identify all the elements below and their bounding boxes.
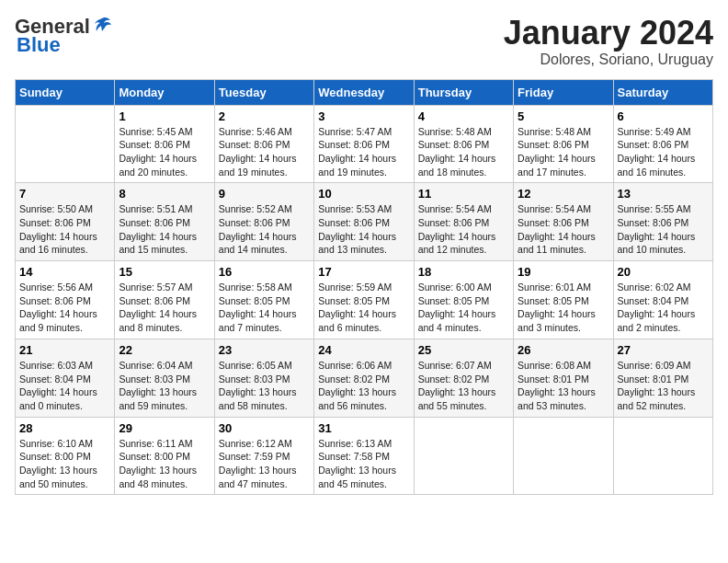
calendar-week-row: 14Sunrise: 5:56 AM Sunset: 8:06 PM Dayli… (16, 261, 713, 339)
day-number: 2 (219, 109, 310, 123)
day-info: Sunrise: 6:07 AM Sunset: 8:02 PM Dayligh… (418, 360, 496, 411)
day-number: 13 (618, 187, 709, 201)
calendar-day-cell: 6Sunrise: 5:49 AM Sunset: 8:06 PM Daylig… (613, 105, 712, 183)
day-info: Sunrise: 6:09 AM Sunset: 8:01 PM Dayligh… (618, 360, 696, 411)
calendar-day-cell: 26Sunrise: 6:08 AM Sunset: 8:01 PM Dayli… (514, 339, 613, 417)
empty-day-cell (613, 417, 712, 495)
calendar-day-cell: 5Sunrise: 5:48 AM Sunset: 8:06 PM Daylig… (514, 105, 613, 183)
day-number: 14 (19, 265, 110, 279)
day-number: 12 (518, 187, 609, 201)
calendar-day-cell: 22Sunrise: 6:04 AM Sunset: 8:03 PM Dayli… (115, 339, 214, 417)
calendar-day-cell: 23Sunrise: 6:05 AM Sunset: 8:03 PM Dayli… (214, 339, 313, 417)
day-info: Sunrise: 5:54 AM Sunset: 8:06 PM Dayligh… (518, 203, 596, 255)
empty-day-cell (16, 105, 115, 183)
calendar-day-cell: 4Sunrise: 5:48 AM Sunset: 8:06 PM Daylig… (414, 105, 513, 183)
calendar-week-row: 1Sunrise: 5:45 AM Sunset: 8:06 PM Daylig… (16, 105, 713, 183)
day-info: Sunrise: 6:03 AM Sunset: 8:04 PM Dayligh… (19, 360, 97, 411)
empty-day-cell (514, 417, 613, 495)
day-info: Sunrise: 6:06 AM Sunset: 8:02 PM Dayligh… (318, 360, 396, 411)
day-info: Sunrise: 5:48 AM Sunset: 8:06 PM Dayligh… (518, 126, 596, 178)
day-info: Sunrise: 5:53 AM Sunset: 8:06 PM Dayligh… (318, 203, 396, 255)
day-info: Sunrise: 5:51 AM Sunset: 8:06 PM Dayligh… (119, 203, 197, 255)
day-number: 31 (318, 421, 409, 435)
day-info: Sunrise: 6:01 AM Sunset: 8:05 PM Dayligh… (518, 282, 596, 333)
day-number: 23 (219, 343, 310, 357)
calendar-day-cell: 25Sunrise: 6:07 AM Sunset: 8:02 PM Dayli… (414, 339, 513, 417)
weekday-header-thursday: Thursday (414, 79, 513, 105)
day-info: Sunrise: 5:48 AM Sunset: 8:06 PM Dayligh… (418, 126, 496, 178)
calendar-day-cell: 8Sunrise: 5:51 AM Sunset: 8:06 PM Daylig… (115, 183, 214, 261)
day-info: Sunrise: 6:05 AM Sunset: 8:03 PM Dayligh… (219, 360, 297, 411)
day-info: Sunrise: 6:10 AM Sunset: 8:00 PM Dayligh… (19, 438, 97, 489)
calendar-day-cell: 7Sunrise: 5:50 AM Sunset: 8:06 PM Daylig… (16, 183, 115, 261)
calendar-day-cell: 27Sunrise: 6:09 AM Sunset: 8:01 PM Dayli… (613, 339, 712, 417)
day-info: Sunrise: 5:55 AM Sunset: 8:06 PM Dayligh… (618, 203, 696, 255)
day-number: 1 (119, 109, 210, 123)
calendar-day-cell: 17Sunrise: 5:59 AM Sunset: 8:05 PM Dayli… (314, 261, 414, 339)
day-info: Sunrise: 5:54 AM Sunset: 8:06 PM Dayligh… (418, 203, 496, 255)
day-number: 30 (219, 421, 310, 435)
day-number: 6 (618, 109, 709, 123)
logo-blue-text: Blue (15, 33, 61, 57)
calendar-day-cell: 13Sunrise: 5:55 AM Sunset: 8:06 PM Dayli… (613, 183, 712, 261)
calendar-week-row: 7Sunrise: 5:50 AM Sunset: 8:06 PM Daylig… (16, 183, 713, 261)
day-info: Sunrise: 5:57 AM Sunset: 8:06 PM Dayligh… (119, 282, 197, 333)
logo-bird-icon (92, 15, 112, 35)
day-info: Sunrise: 6:00 AM Sunset: 8:05 PM Dayligh… (418, 282, 496, 333)
day-number: 4 (418, 109, 509, 123)
weekday-header-saturday: Saturday (613, 79, 712, 105)
calendar-day-cell: 16Sunrise: 5:58 AM Sunset: 8:05 PM Dayli… (214, 261, 313, 339)
calendar-day-cell: 12Sunrise: 5:54 AM Sunset: 8:06 PM Dayli… (514, 183, 613, 261)
calendar-day-cell: 21Sunrise: 6:03 AM Sunset: 8:04 PM Dayli… (16, 339, 115, 417)
day-info: Sunrise: 6:08 AM Sunset: 8:01 PM Dayligh… (518, 360, 596, 411)
calendar-day-cell: 10Sunrise: 5:53 AM Sunset: 8:06 PM Dayli… (314, 183, 414, 261)
day-info: Sunrise: 6:13 AM Sunset: 7:58 PM Dayligh… (318, 438, 396, 489)
weekday-header-wednesday: Wednesday (314, 79, 414, 105)
calendar-day-cell: 3Sunrise: 5:47 AM Sunset: 8:06 PM Daylig… (314, 105, 414, 183)
day-info: Sunrise: 5:58 AM Sunset: 8:05 PM Dayligh… (219, 282, 297, 333)
day-number: 25 (418, 343, 509, 357)
calendar-day-cell: 11Sunrise: 5:54 AM Sunset: 8:06 PM Dayli… (414, 183, 513, 261)
day-number: 19 (518, 265, 609, 279)
calendar-subtitle: Dolores, Soriano, Uruguay (504, 52, 713, 68)
day-number: 8 (119, 187, 210, 201)
calendar-week-row: 28Sunrise: 6:10 AM Sunset: 8:00 PM Dayli… (16, 417, 713, 495)
day-info: Sunrise: 6:12 AM Sunset: 7:59 PM Dayligh… (219, 438, 297, 489)
day-number: 3 (318, 109, 409, 123)
day-number: 27 (618, 343, 709, 357)
calendar-header-row: SundayMondayTuesdayWednesdayThursdayFrid… (16, 79, 713, 105)
day-number: 29 (119, 421, 210, 435)
day-number: 20 (618, 265, 709, 279)
calendar-day-cell: 28Sunrise: 6:10 AM Sunset: 8:00 PM Dayli… (16, 417, 115, 495)
empty-day-cell (414, 417, 513, 495)
calendar-day-cell: 31Sunrise: 6:13 AM Sunset: 7:58 PM Dayli… (314, 417, 414, 495)
day-info: Sunrise: 5:46 AM Sunset: 8:06 PM Dayligh… (219, 126, 297, 178)
day-number: 28 (19, 421, 110, 435)
day-info: Sunrise: 5:50 AM Sunset: 8:06 PM Dayligh… (19, 203, 97, 255)
title-block: January 2024 Dolores, Soriano, Uruguay (504, 15, 713, 68)
calendar-day-cell: 20Sunrise: 6:02 AM Sunset: 8:04 PM Dayli… (613, 261, 712, 339)
day-info: Sunrise: 5:45 AM Sunset: 8:06 PM Dayligh… (119, 126, 197, 178)
calendar-day-cell: 2Sunrise: 5:46 AM Sunset: 8:06 PM Daylig… (214, 105, 313, 183)
page-header: General Blue January 2024 Dolores, Soria… (15, 15, 713, 68)
calendar-day-cell: 24Sunrise: 6:06 AM Sunset: 8:02 PM Dayli… (314, 339, 414, 417)
day-info: Sunrise: 5:56 AM Sunset: 8:06 PM Dayligh… (19, 282, 97, 333)
day-number: 9 (219, 187, 310, 201)
calendar-day-cell: 1Sunrise: 5:45 AM Sunset: 8:06 PM Daylig… (115, 105, 214, 183)
calendar-day-cell: 19Sunrise: 6:01 AM Sunset: 8:05 PM Dayli… (514, 261, 613, 339)
calendar-day-cell: 15Sunrise: 5:57 AM Sunset: 8:06 PM Dayli… (115, 261, 214, 339)
weekday-header-tuesday: Tuesday (214, 79, 313, 105)
day-number: 7 (19, 187, 110, 201)
day-number: 17 (318, 265, 409, 279)
day-info: Sunrise: 5:52 AM Sunset: 8:06 PM Dayligh… (219, 203, 297, 255)
calendar-day-cell: 14Sunrise: 5:56 AM Sunset: 8:06 PM Dayli… (16, 261, 115, 339)
calendar-day-cell: 29Sunrise: 6:11 AM Sunset: 8:00 PM Dayli… (115, 417, 214, 495)
day-info: Sunrise: 5:59 AM Sunset: 8:05 PM Dayligh… (318, 282, 396, 333)
day-number: 16 (219, 265, 310, 279)
day-info: Sunrise: 5:47 AM Sunset: 8:06 PM Dayligh… (318, 126, 396, 178)
weekday-header-sunday: Sunday (16, 79, 115, 105)
day-number: 26 (518, 343, 609, 357)
day-number: 15 (119, 265, 210, 279)
calendar-table: SundayMondayTuesdayWednesdayThursdayFrid… (15, 79, 713, 496)
calendar-week-row: 21Sunrise: 6:03 AM Sunset: 8:04 PM Dayli… (16, 339, 713, 417)
